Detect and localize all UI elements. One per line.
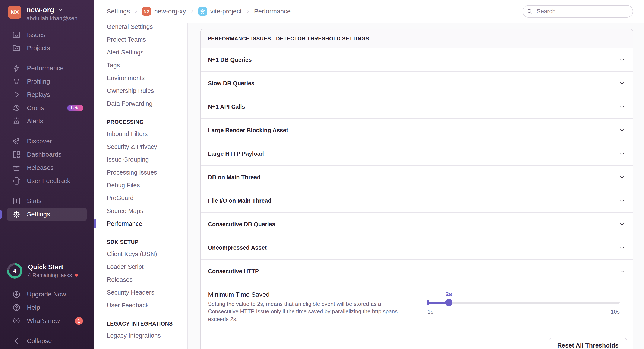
sidebar-item-alerts[interactable]: Alerts (0, 114, 94, 128)
sidebar-item-projects[interactable]: Projects (0, 42, 94, 55)
accordion-row-label: Consecutive DB Queries (208, 221, 275, 228)
accordion-row-n1-db-queries[interactable]: N+1 DB Queries (201, 48, 633, 72)
replays-icon (12, 90, 21, 99)
sidebar-item-replays[interactable]: Replays (0, 88, 94, 101)
chevron-left-icon (12, 336, 21, 345)
settings-nav-item-project-teams[interactable]: Project Teams (94, 33, 188, 46)
sidebar-item-performance[interactable]: Performance (0, 62, 94, 75)
org-email: abdullah.khan@sen… (26, 15, 83, 22)
quick-start-widget[interactable]: 4 Quick Start 4 Remaining tasks (7, 263, 92, 278)
chevron-down-icon (57, 7, 63, 13)
slider-thumb[interactable] (445, 299, 452, 306)
slider-track[interactable] (428, 302, 620, 304)
upgrade-icon (12, 290, 21, 298)
settings-nav-item-security-headers[interactable]: Security Headers (94, 286, 188, 299)
search-input[interactable] (522, 5, 633, 18)
org-switcher[interactable]: NX new-org abdullah.khan@sen… (8, 6, 91, 22)
sidebar-item-settings[interactable]: Settings (7, 208, 87, 221)
chevron-down-icon (619, 221, 625, 227)
breadcrumb-settings[interactable]: Settings (107, 8, 130, 15)
sidebar-item-releases[interactable]: Releases (0, 161, 94, 174)
dashboards-icon (12, 150, 21, 159)
settings-nav-item-client-keys[interactable]: Client Keys (DSN) (94, 248, 188, 260)
settings-nav-item-user-feedback[interactable]: User Feedback (94, 299, 188, 312)
accordion-row-file-io-on-main-thread[interactable]: File I/O on Main Thread (201, 189, 633, 213)
settings-nav-item-alert-settings[interactable]: Alert Settings (94, 46, 188, 59)
accordion-row-label: Large Render Blocking Asset (208, 127, 288, 134)
settings-nav-item-processing-issues[interactable]: Processing Issues (94, 166, 188, 179)
settings-nav-item-ownership-rules[interactable]: Ownership Rules (94, 84, 188, 97)
accordion-row-consecutive-http[interactable]: Consecutive HTTP (201, 260, 633, 283)
sidebar-item-whats-new[interactable]: What's new 1 (0, 314, 94, 328)
settings-nav-item-general-settings[interactable]: General Settings (94, 24, 188, 33)
min-time-saved-slider: 2s 1s 10s (428, 291, 620, 316)
org-text: new-org abdullah.khan@sen… (26, 6, 83, 22)
accordion-row-consecutive-db-queries[interactable]: Consecutive DB Queries (201, 213, 633, 236)
settings-nav-item-source-maps[interactable]: Source Maps (94, 204, 188, 217)
sidebar-item-label: Stats (27, 197, 42, 204)
sidebar-item-crons[interactable]: Crons beta (0, 101, 94, 114)
search-box (522, 5, 633, 18)
reset-all-thresholds-button[interactable]: Reset All Thresholds (549, 338, 627, 349)
accordion-row-label: N+1 DB Queries (208, 56, 252, 63)
slider-max-label: 10s (611, 308, 620, 315)
sidebar-item-user-feedback[interactable]: User Feedback (0, 174, 94, 188)
accordion-row-label: Slow DB Queries (208, 80, 254, 87)
settings-nav-item-tags[interactable]: Tags (94, 59, 188, 72)
setting-label: Minimum Time Saved (208, 291, 410, 298)
slider-value-label: 2s (446, 291, 452, 298)
sidebar-item-label: Upgrade Now (27, 291, 66, 298)
org-avatar: NX (8, 6, 21, 19)
sidebar-item-label: Crons (27, 104, 44, 112)
breadcrumb-page: Performance (254, 8, 291, 15)
sidebar: NX new-org abdullah.khan@sen… Issues Pro… (0, 0, 94, 349)
sidebar-item-dashboards[interactable]: Dashboards (0, 148, 94, 161)
settings-nav-item-proguard[interactable]: ProGuard (94, 192, 188, 204)
sidebar-item-upgrade-now[interactable]: Upgrade Now (0, 288, 94, 301)
accordion-row-label: N+1 API Calls (208, 104, 245, 110)
accordion-row-label: Uncompressed Asset (208, 244, 267, 251)
settings-nav-item-debug-files[interactable]: Debug Files (94, 179, 188, 192)
accordion-row-label: DB on Main Thread (208, 174, 260, 181)
breadcrumb: Settings NX new-org-xy vite-project Perf… (107, 7, 290, 16)
stats-icon (12, 197, 21, 205)
sidebar-item-issues[interactable]: Issues (0, 28, 94, 42)
settings-nav-item-issue-grouping[interactable]: Issue Grouping (94, 153, 188, 166)
settings-nav-item-data-forwarding[interactable]: Data Forwarding (94, 97, 188, 110)
quick-start-count: 4 (7, 263, 22, 278)
settings-nav-header-sdk-setup: SDK SETUP (94, 236, 188, 248)
accordion-row-n1-api-calls[interactable]: N+1 API Calls (201, 95, 633, 119)
accordion-row-uncompressed-asset[interactable]: Uncompressed Asset (201, 236, 633, 260)
sidebar-item-stats[interactable]: Stats (0, 194, 94, 208)
sidebar-collapse-button[interactable]: Collapse (0, 334, 94, 348)
sidebar-item-discover[interactable]: Discover (0, 134, 94, 148)
org-badge[interactable]: NX (142, 7, 151, 16)
accordion-row-db-on-main-thread[interactable]: DB on Main Thread (201, 166, 633, 189)
sidebar-item-label: What's new (27, 317, 60, 324)
settings-nav-item-inbound-filters[interactable]: Inbound Filters (94, 128, 188, 140)
settings-nav-header-processing: PROCESSING (94, 116, 188, 128)
accordion-row-large-render-blocking-asset[interactable]: Large Render Blocking Asset (201, 119, 633, 142)
settings-nav-item-security-privacy[interactable]: Security & Privacy (94, 140, 188, 153)
settings-nav-item-legacy-integrations[interactable]: Legacy Integrations (94, 329, 188, 342)
accordion-row-slow-db-queries[interactable]: Slow DB Queries (201, 72, 633, 95)
settings-nav-item-performance[interactable]: Performance (94, 217, 188, 230)
sidebar-item-label: Collapse (27, 337, 52, 344)
whats-new-badge: 1 (75, 317, 83, 325)
sidebar-item-label: Alerts (27, 118, 43, 125)
chevron-right-icon (190, 9, 194, 14)
react-project-icon[interactable] (198, 7, 207, 16)
breadcrumb-organization[interactable]: new-org-xy (154, 8, 186, 15)
settings-nav-item-releases[interactable]: Releases (94, 273, 188, 286)
accordion-row-large-http-payload[interactable]: Large HTTP Payload (201, 142, 633, 166)
sidebar-item-profiling[interactable]: Profiling (0, 75, 94, 88)
sidebar-item-label: Help (27, 304, 40, 311)
settings-nav-item-loader-script[interactable]: Loader Script (94, 260, 188, 273)
sidebar-item-help[interactable]: Help (0, 301, 94, 314)
breadcrumb-project[interactable]: vite-project (210, 8, 242, 15)
chevron-right-icon (134, 9, 138, 14)
chevron-down-icon (619, 57, 625, 63)
projects-icon (12, 44, 21, 52)
settings-nav-item-environments[interactable]: Environments (94, 72, 188, 84)
topbar: Settings NX new-org-xy vite-project Perf… (94, 0, 644, 23)
